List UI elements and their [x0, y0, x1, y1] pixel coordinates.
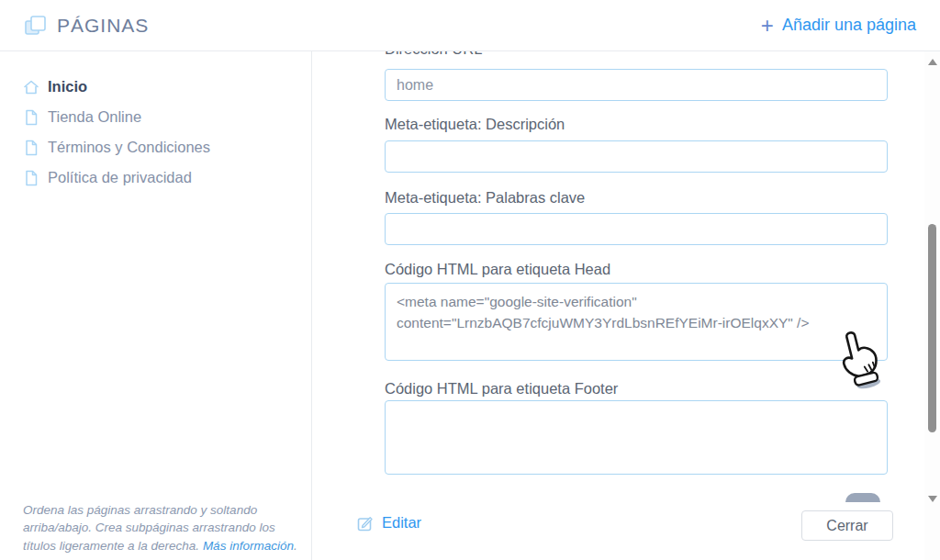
- sidebar-item-label: Inicio: [48, 78, 87, 95]
- footer-html-textarea[interactable]: [385, 400, 888, 475]
- add-page-button[interactable]: + Añadir una página: [761, 15, 916, 37]
- sidebar-item-tienda-online[interactable]: Tienda Online: [0, 102, 311, 132]
- head-html-label: Código HTML para etiqueta Head: [385, 260, 610, 278]
- home-icon: [23, 79, 39, 95]
- scrollbar-thumb[interactable]: [928, 224, 936, 432]
- url-input[interactable]: [385, 69, 888, 101]
- sidebar-item-terminos[interactable]: Términos y Condiciones: [0, 132, 311, 162]
- page-icon: [23, 140, 39, 156]
- footer-html-label: Código HTML para etiqueta Footer: [385, 379, 618, 398]
- sidebar-item-label: Política de privacidad: [48, 169, 192, 186]
- meta-keywords-input[interactable]: [385, 213, 888, 245]
- sidebar-item-politica[interactable]: Política de privacidad: [0, 162, 311, 193]
- header: PÁGINAS + Añadir una página: [0, 0, 940, 51]
- pages-list: Inicio Tienda Online Tér: [0, 51, 311, 193]
- meta-description-input[interactable]: [385, 140, 888, 173]
- head-html-textarea[interactable]: <meta name="google-site-verification" co…: [385, 283, 888, 361]
- sidebar-item-label: Términos y Condiciones: [48, 139, 210, 156]
- hand-cursor-icon: [827, 323, 888, 391]
- meta-description-label: Meta-etiqueta: Descripción: [385, 115, 565, 133]
- header-title-group: PÁGINAS: [24, 14, 149, 38]
- edit-button[interactable]: Editar: [357, 514, 421, 532]
- pages-icon: [24, 14, 48, 38]
- sidebar: Inicio Tienda Online Tér: [0, 51, 312, 560]
- plus-icon: +: [761, 15, 774, 37]
- page-icon: [23, 170, 39, 186]
- add-page-label: Añadir una página: [782, 16, 916, 35]
- close-button[interactable]: Cerrar: [801, 510, 893, 541]
- scrollbar: [924, 51, 940, 560]
- sidebar-item-label: Tienda Online: [48, 108, 141, 126]
- edit-pencil-icon: [357, 515, 374, 532]
- reorder-hint-text: Ordena las páginas arrastrando y soltand…: [23, 501, 302, 554]
- hidden-button-edge: [845, 493, 880, 502]
- pages-manager-window: PÁGINAS + Añadir una página Inicio: [0, 0, 940, 560]
- sidebar-item-inicio[interactable]: Inicio: [0, 72, 311, 102]
- page-title: PÁGINAS: [57, 15, 149, 37]
- scroll-down-arrow-icon[interactable]: [928, 496, 937, 502]
- scroll-up-arrow-icon[interactable]: [928, 59, 937, 65]
- url-label: Dirección URL: [385, 51, 482, 58]
- page-settings-panel: Dirección URL Meta-etiqueta: Descripción…: [313, 51, 924, 560]
- edit-button-label: Editar: [382, 514, 421, 532]
- meta-keywords-label: Meta-etiqueta: Palabras clave: [385, 188, 585, 207]
- more-info-link[interactable]: Más información: [203, 539, 294, 553]
- hint-period: .: [294, 539, 297, 553]
- page-icon: [23, 109, 39, 126]
